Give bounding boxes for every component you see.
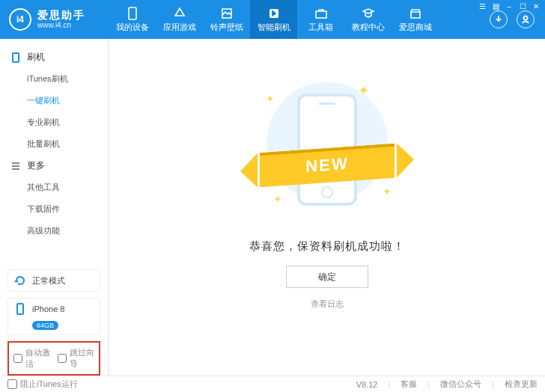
wallpaper-icon bbox=[220, 7, 234, 20]
sidebar-item-batch-flash[interactable]: 批量刷机 bbox=[0, 133, 108, 155]
svg-rect-0 bbox=[129, 7, 136, 19]
ok-button[interactable]: 确定 bbox=[286, 266, 368, 288]
store-icon bbox=[409, 7, 422, 20]
refresh-icon bbox=[14, 275, 26, 287]
check-update-link[interactable]: 检查更新 bbox=[505, 379, 538, 390]
status-bar: 阻止iTunes运行 V8.12 | 客服 | 微信公众号 | 检查更新 bbox=[0, 376, 545, 392]
main-panel: ✦ ✦ ✦ ✦ NEW 恭喜您，保资料刷机成功啦！ 确定 查看日志 bbox=[109, 39, 545, 376]
download-icon bbox=[494, 15, 503, 24]
group-label: 刷机 bbox=[27, 51, 45, 64]
nav-ringtones[interactable]: 铃声壁纸 bbox=[203, 0, 250, 39]
menu-icon bbox=[10, 161, 21, 171]
phone-small-icon bbox=[14, 303, 26, 315]
svg-rect-6 bbox=[17, 304, 23, 314]
sidebar-item-itunes-flash[interactable]: iTunes刷机 bbox=[0, 68, 108, 90]
nav-label: 工具箱 bbox=[308, 22, 333, 33]
flash-options-highlight: 自动激活 跳过向导 bbox=[7, 341, 100, 376]
svg-rect-3 bbox=[316, 11, 326, 18]
svg-point-4 bbox=[524, 16, 528, 20]
nav-smart-flash[interactable]: 智能刷机 bbox=[250, 0, 297, 39]
nav-label: 我的设备 bbox=[116, 22, 149, 33]
device-icon bbox=[10, 52, 21, 63]
view-log-link[interactable]: 查看日志 bbox=[311, 298, 344, 310]
checkbox-label: 自动激活 bbox=[25, 347, 50, 370]
nav-label: 应用游戏 bbox=[163, 22, 196, 33]
nav-tutorials[interactable]: 教程中心 bbox=[344, 0, 392, 39]
minimize-icon[interactable]: – bbox=[505, 1, 514, 10]
capacity-badge: 64GB bbox=[32, 321, 58, 330]
apps-icon bbox=[173, 7, 186, 20]
sidebar-item-pro-flash[interactable]: 专业刷机 bbox=[0, 111, 108, 133]
block-itunes-checkbox[interactable] bbox=[7, 379, 17, 389]
maximize-icon[interactable]: ☐ bbox=[518, 1, 527, 10]
version-label: V8.12 bbox=[356, 380, 378, 389]
sparkle-icon: ✦ bbox=[266, 93, 275, 105]
app-header: ☰ ▤ – ☐ ✕ i4 爱思助手 www.i4.cn 我的设备 应用游戏 铃声… bbox=[0, 0, 545, 39]
sidebar-group-more[interactable]: 更多 bbox=[0, 155, 108, 177]
svg-rect-5 bbox=[13, 53, 19, 62]
block-itunes-option[interactable]: 阻止iTunes运行 bbox=[7, 379, 78, 390]
new-ribbon: NEW bbox=[260, 144, 395, 188]
close-icon[interactable]: ✕ bbox=[532, 1, 541, 10]
top-nav: 我的设备 应用游戏 铃声壁纸 智能刷机 工具箱 教程中心 爱思商城 bbox=[109, 0, 479, 39]
lock-icon[interactable]: ▤ bbox=[491, 1, 500, 10]
nav-apps-games[interactable]: 应用游戏 bbox=[156, 0, 203, 39]
user-icon bbox=[521, 15, 530, 24]
sidebar-group-flash[interactable]: 刷机 bbox=[0, 46, 108, 68]
skip-guide-checkbox[interactable] bbox=[58, 354, 67, 363]
download-button[interactable] bbox=[490, 10, 508, 28]
logo-icon: i4 bbox=[9, 8, 31, 31]
sidebar-item-advanced[interactable]: 高级功能 bbox=[0, 220, 108, 242]
window-controls: ☰ ▤ – ☐ ✕ bbox=[478, 1, 541, 10]
sidebar-item-other-tools[interactable]: 其他工具 bbox=[0, 177, 108, 198]
phone-icon bbox=[126, 7, 139, 20]
sidebar-item-oneclick-flash[interactable]: 一键刷机 bbox=[0, 90, 108, 111]
nav-toolbox[interactable]: 工具箱 bbox=[297, 0, 344, 39]
tutorial-icon bbox=[362, 7, 375, 20]
toolbox-icon bbox=[314, 7, 328, 20]
sidebar: 刷机 iTunes刷机 一键刷机 专业刷机 批量刷机 更多 其他工具 下载固件 … bbox=[0, 39, 109, 376]
sparkle-icon: ✦ bbox=[383, 186, 392, 197]
brand-url: www.i4.cn bbox=[37, 21, 85, 29]
settings-icon[interactable]: ☰ bbox=[478, 1, 487, 10]
checkbox-label: 跳过向导 bbox=[70, 347, 94, 370]
user-button[interactable] bbox=[517, 10, 535, 28]
nav-my-device[interactable]: 我的设备 bbox=[109, 0, 156, 39]
sidebar-item-download-firmware[interactable]: 下载固件 bbox=[0, 198, 108, 220]
option-skip-guide[interactable]: 跳过向导 bbox=[58, 347, 94, 370]
brand-logo: i4 爱思助手 www.i4.cn bbox=[0, 0, 109, 39]
nav-label: 铃声壁纸 bbox=[210, 22, 243, 33]
device-mode[interactable]: 正常模式 bbox=[7, 269, 100, 292]
support-link[interactable]: 客服 bbox=[401, 379, 417, 390]
option-auto-activate[interactable]: 自动激活 bbox=[13, 347, 50, 370]
group-label: 更多 bbox=[27, 159, 45, 172]
wechat-link[interactable]: 微信公众号 bbox=[440, 379, 481, 390]
mode-label: 正常模式 bbox=[32, 275, 65, 287]
success-illustration: ✦ ✦ ✦ ✦ NEW bbox=[252, 75, 402, 224]
device-name: iPhone 8 bbox=[32, 304, 64, 313]
checkbox-label: 阻止iTunes运行 bbox=[20, 379, 78, 390]
success-message: 恭喜您，保资料刷机成功啦！ bbox=[249, 239, 405, 254]
sparkle-icon: ✦ bbox=[273, 193, 282, 205]
sparkle-icon: ✦ bbox=[358, 82, 369, 99]
auto-activate-checkbox[interactable] bbox=[13, 354, 22, 363]
nav-store[interactable]: 爱思商城 bbox=[392, 0, 439, 39]
nav-label: 教程中心 bbox=[352, 22, 385, 33]
nav-label: 智能刷机 bbox=[258, 22, 290, 33]
flash-icon bbox=[267, 7, 281, 20]
brand-name: 爱思助手 bbox=[37, 10, 85, 21]
nav-label: 爱思商城 bbox=[399, 22, 432, 33]
connected-device[interactable]: iPhone 8 64GB bbox=[7, 298, 100, 335]
